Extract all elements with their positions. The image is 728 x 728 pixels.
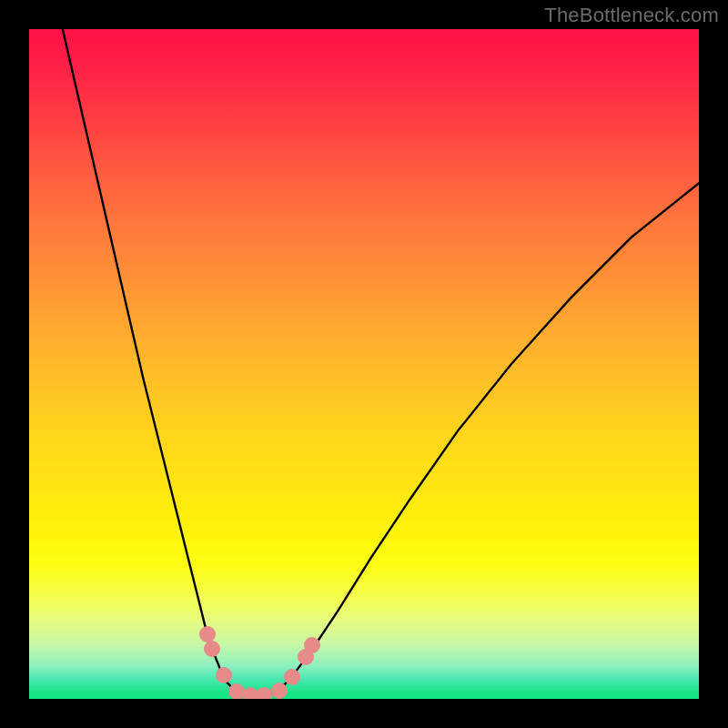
- curve-marker-dot: [271, 682, 288, 699]
- curve-marker-dot: [284, 669, 300, 685]
- curve-marker-dot: [304, 637, 320, 653]
- chart-frame: TheBottleneck.com: [0, 0, 728, 728]
- watermark-text: TheBottleneck.com: [544, 4, 719, 27]
- plot-area: [29, 29, 699, 699]
- curve-markers: [29, 29, 699, 699]
- curve-marker-dot: [256, 687, 272, 699]
- curve-marker-dot: [216, 667, 232, 683]
- curve-marker-dot: [204, 641, 220, 657]
